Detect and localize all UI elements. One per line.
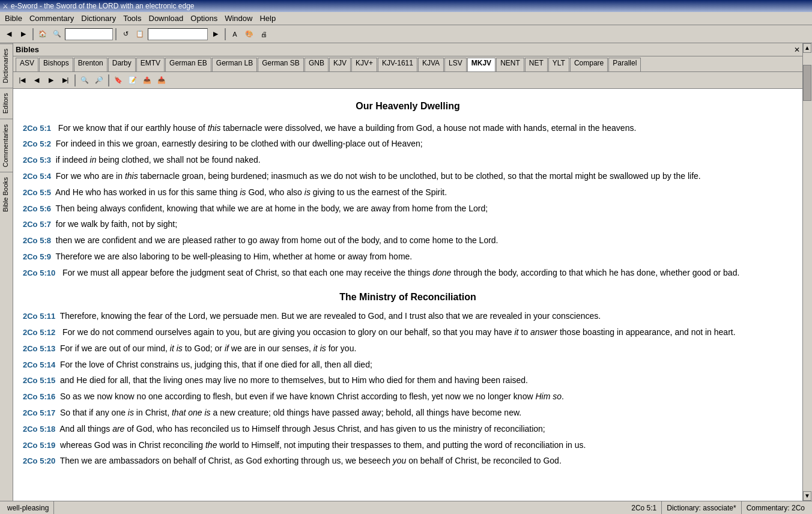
menu-item-download[interactable]: Download <box>145 13 187 24</box>
version-tab-nent[interactable]: NENT <box>496 58 524 71</box>
version-tab-kjv1611[interactable]: KJV-1611 <box>378 58 417 71</box>
menu-item-options[interactable]: Options <box>187 13 221 24</box>
version-tab-brenton[interactable]: Brenton <box>74 58 108 71</box>
version-tab-germanlb[interactable]: German LB <box>212 58 257 71</box>
version-tab-kjva[interactable]: KJVA <box>418 58 444 71</box>
version-tab-kjvplus[interactable]: KJV+ <box>351 58 377 71</box>
version-tab-lsv[interactable]: LSV <box>444 58 467 71</box>
home-btn[interactable]: 🏠 <box>36 28 49 41</box>
version-tab-darby[interactable]: Darby <box>108 58 136 71</box>
chapter-title: Our Heavenly Dwelling <box>23 98 793 114</box>
menu-item-dictionary[interactable]: Dictionary <box>77 13 120 24</box>
version-tab-asv[interactable]: ASV <box>16 58 38 71</box>
commentaries-tab[interactable]: Commentaries <box>0 119 13 172</box>
scroll-thumb[interactable] <box>803 65 811 101</box>
status-word: well-pleasing <box>2 501 54 514</box>
version-tab-net[interactable]: NET <box>525 58 548 71</box>
export-btn[interactable]: 📤 <box>141 74 154 87</box>
print-btn[interactable]: 🖨 <box>257 28 270 41</box>
menu-item-help[interactable]: Help <box>256 13 279 24</box>
verse-ref[interactable]: 2Co 5:20 <box>23 456 55 465</box>
bibles-panel-title: Bibles <box>16 45 39 54</box>
last-btn[interactable]: ▶| <box>59 74 72 87</box>
version-tab-kjv[interactable]: KJV <box>329 58 351 71</box>
forward-btn[interactable]: ▶ <box>17 28 30 41</box>
menu-item-bible[interactable]: Bible <box>1 13 26 24</box>
scroll-down-btn[interactable]: ▼ <box>803 491 811 501</box>
verse-ref[interactable]: 2Co 5:12 <box>23 328 55 337</box>
bookmark-btn[interactable]: 🔖 <box>112 74 125 87</box>
verse-2co-5-5: 2Co 5:5 And He who has worked in us for … <box>23 186 793 199</box>
bibles-panel-header: Bibles ✕ <box>13 43 802 56</box>
verse-ref[interactable]: 2Co 5:13 <box>23 344 55 353</box>
verse-2co-5-7: 2Co 5:7 for we walk by faith, not by sig… <box>23 217 793 231</box>
verse-2co-5-15: 2Co 5:15 and He died for all, that the l… <box>23 373 793 387</box>
next-btn[interactable]: ▶ <box>44 74 58 87</box>
bible-books-tab[interactable]: Bible Books <box>0 172 13 217</box>
first-btn[interactable]: |◀ <box>16 74 29 87</box>
scrollbar-track[interactable]: ▲ ▼ <box>802 43 812 501</box>
dictionaries-tab[interactable]: Dictionaries <box>0 43 13 88</box>
copy-btn[interactable]: 📋 <box>133 28 147 41</box>
nav-input[interactable] <box>65 28 113 40</box>
verse-ref[interactable]: 2Co 5:10 <box>23 268 55 277</box>
version-tab-mkjv[interactable]: MKJV <box>467 58 495 72</box>
title-bar: ⚔ e-Sword - the Sword of the LORD with a… <box>0 0 812 12</box>
verse-ref[interactable]: 2Co 5:6 <box>23 204 51 213</box>
verse-ref[interactable]: 2Co 5:8 <box>23 236 51 245</box>
verse-ref[interactable]: 2Co 5:4 <box>23 172 51 181</box>
verse-2co-5-20: 2Co 5:20 Then we are ambassadors on beha… <box>23 454 793 468</box>
search-input[interactable] <box>148 28 208 40</box>
menu-item-tools[interactable]: Tools <box>120 13 145 24</box>
verse-ref[interactable]: 2Co 5:15 <box>23 376 55 385</box>
verse-2co-5-1: 2Co 5:1 For we know that if our earthly … <box>23 121 793 135</box>
zoom-in-btn[interactable]: 🔍 <box>78 74 91 87</box>
toolbar-sep-1 <box>32 28 34 40</box>
verse-ref[interactable]: 2Co 5:17 <box>23 408 55 417</box>
refresh-btn[interactable]: ↺ <box>119 28 132 41</box>
bibles-panel-close[interactable]: ✕ <box>794 46 800 54</box>
scroll-up-btn[interactable]: ▲ <box>803 43 811 53</box>
verse-ref[interactable]: 2Co 5:11 <box>23 312 55 321</box>
search-btn[interactable]: 🔍 <box>50 28 64 41</box>
version-tab-bishops[interactable]: Bishops <box>39 58 73 71</box>
bible-text-area[interactable]: Our Heavenly Dwelling 2Co 5:1 For we kno… <box>13 89 802 501</box>
verse-2co-5-9: 2Co 5:9 Therefore we are also laboring t… <box>23 250 793 264</box>
verse-ref[interactable]: 2Co 5:18 <box>23 425 55 434</box>
import-btn[interactable]: 📥 <box>155 74 168 87</box>
verse-ref[interactable]: 2Co 5:2 <box>23 139 51 148</box>
version-tab-germansb[interactable]: German SB <box>258 58 304 71</box>
verse-ref[interactable]: 2Co 5:5 <box>23 188 51 197</box>
menu-item-window[interactable]: Window <box>221 13 256 24</box>
version-tab-emtv[interactable]: EMTV <box>136 58 165 71</box>
go-btn[interactable]: ▶ <box>209 28 222 41</box>
verse-ref[interactable]: 2Co 5:1 <box>23 124 51 133</box>
section2-title: The Ministry of Reconciliation <box>23 289 793 305</box>
content-area: Bibles ✕ ASVBishopsBrentonDarbyEMTVGerma… <box>13 43 802 501</box>
version-tab-parallel[interactable]: Parallel <box>608 58 641 71</box>
sub-sep-1 <box>74 74 76 86</box>
verse-2co-5-6: 2Co 5:6 Then being always confident, kno… <box>23 202 793 216</box>
editors-tab[interactable]: Editors <box>0 88 13 118</box>
version-tabs: ASVBishopsBrentonDarbyEMTVGerman EBGerma… <box>13 56 802 72</box>
version-tab-compare[interactable]: Compare <box>570 58 608 71</box>
verse-2co-5-2: 2Co 5:2 For indeed in this we groan, ear… <box>23 137 793 151</box>
prev-btn[interactable]: ◀ <box>30 74 43 87</box>
menu-item-commentary[interactable]: Commentary <box>26 13 77 24</box>
verse-ref[interactable]: 2Co 5:19 <box>23 441 55 450</box>
verse-2co-5-13: 2Co 5:13 For if we are out of our mind, … <box>23 342 793 355</box>
version-tab-ylt[interactable]: YLT <box>548 58 569 71</box>
version-tab-germaneb[interactable]: German EB <box>165 58 211 71</box>
verse-ref[interactable]: 2Co 5:3 <box>23 156 51 165</box>
zoom-out-btn[interactable]: 🔎 <box>92 74 106 87</box>
verse-ref[interactable]: 2Co 5:14 <box>23 360 55 369</box>
verse-2co-5-8: 2Co 5:8 then we are confident and we are… <box>23 234 793 247</box>
version-tab-gnb[interactable]: GNB <box>304 58 329 71</box>
verse-ref[interactable]: 2Co 5:16 <box>23 392 55 401</box>
color-btn[interactable]: 🎨 <box>243 28 256 41</box>
verse-ref[interactable]: 2Co 5:9 <box>23 252 51 261</box>
verse-ref[interactable]: 2Co 5:7 <box>23 220 51 229</box>
back-btn[interactable]: ◀ <box>2 28 16 41</box>
font-btn[interactable]: A <box>228 28 241 41</box>
note-btn[interactable]: 📝 <box>126 74 139 87</box>
